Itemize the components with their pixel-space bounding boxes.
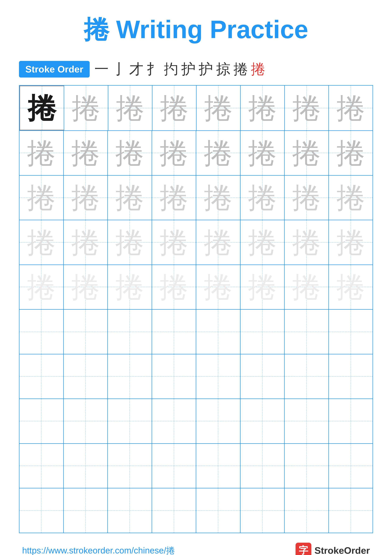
grid-cell-8-1[interactable] — [20, 399, 64, 443]
grid-cell-3-4[interactable]: 捲 — [152, 175, 196, 220]
stroke-order-chars: 一 亅 才 扌 扚 护 护 掠 捲 捲 — [94, 59, 265, 79]
grid-cell-10-6[interactable] — [241, 488, 285, 533]
grid-cell-3-3[interactable]: 捲 — [108, 175, 152, 220]
char-display: 捲 — [115, 228, 144, 257]
grid-cell-9-2[interactable] — [64, 444, 108, 488]
grid-row-3: 捲 捲 捲 捲 捲 捲 捲 捲 — [20, 175, 372, 220]
char-display: 捲 — [71, 139, 100, 167]
grid-cell-5-7[interactable]: 捲 — [285, 265, 329, 309]
grid-cell-2-4[interactable]: 捲 — [152, 131, 196, 175]
grid-cell-1-7[interactable]: 捲 — [285, 86, 329, 130]
grid-cell-8-4[interactable] — [152, 399, 196, 443]
grid-cell-5-8[interactable]: 捲 — [329, 265, 373, 309]
grid-cell-7-1[interactable] — [20, 354, 64, 399]
grid-cell-5-2[interactable]: 捲 — [64, 265, 108, 309]
grid-cell-9-6[interactable] — [241, 444, 285, 488]
grid-cell-5-6[interactable]: 捲 — [241, 265, 285, 309]
grid-cell-2-2[interactable]: 捲 — [64, 131, 108, 175]
char-display: 捲 — [160, 183, 188, 212]
grid-cell-9-4[interactable] — [152, 444, 196, 488]
grid-cell-4-3[interactable]: 捲 — [108, 220, 152, 264]
grid-cell-3-6[interactable]: 捲 — [241, 175, 285, 220]
grid-cell-7-3[interactable] — [108, 354, 152, 399]
grid-cell-6-4[interactable] — [152, 310, 196, 354]
grid-cell-7-2[interactable] — [64, 354, 108, 399]
stroke-char-8: 掠 — [216, 59, 230, 79]
grid-cell-10-7[interactable] — [285, 488, 329, 533]
grid-cell-8-6[interactable] — [241, 399, 285, 443]
grid-cell-7-6[interactable] — [241, 354, 285, 399]
grid-cell-6-7[interactable] — [285, 310, 329, 354]
char-display: 捲 — [27, 273, 56, 301]
stroke-order-badge: Stroke Order — [19, 61, 90, 78]
grid-cell-6-1[interactable] — [20, 310, 64, 354]
grid-cell-1-1[interactable]: 捲 — [20, 86, 64, 130]
grid-cell-9-1[interactable] — [20, 444, 64, 488]
grid-cell-2-6[interactable]: 捲 — [241, 131, 285, 175]
grid-cell-10-4[interactable] — [152, 488, 196, 533]
grid-cell-4-2[interactable]: 捲 — [64, 220, 108, 264]
char-display: 捲 — [248, 273, 277, 301]
grid-cell-10-3[interactable] — [108, 488, 152, 533]
grid-cell-4-7[interactable]: 捲 — [285, 220, 329, 264]
grid-cell-1-4[interactable]: 捲 — [152, 86, 197, 130]
grid-cell-5-3[interactable]: 捲 — [108, 265, 152, 309]
grid-cell-8-5[interactable] — [196, 399, 241, 443]
grid-cell-7-4[interactable] — [152, 354, 196, 399]
grid-cell-6-8[interactable] — [329, 310, 373, 354]
grid-cell-8-3[interactable] — [108, 399, 152, 443]
grid-cell-9-5[interactable] — [196, 444, 241, 488]
grid-cell-4-8[interactable]: 捲 — [329, 220, 373, 264]
grid-cell-9-7[interactable] — [285, 444, 329, 488]
grid-cell-8-7[interactable] — [285, 399, 329, 443]
grid-cell-10-2[interactable] — [64, 488, 108, 533]
grid-cell-2-8[interactable]: 捲 — [329, 131, 373, 175]
grid-cell-6-3[interactable] — [108, 310, 152, 354]
grid-cell-8-8[interactable] — [329, 399, 373, 443]
grid-cell-7-5[interactable] — [196, 354, 241, 399]
grid-cell-1-8[interactable]: 捲 — [329, 86, 372, 130]
grid-cell-4-4[interactable]: 捲 — [152, 220, 196, 264]
grid-cell-3-8[interactable]: 捲 — [329, 175, 373, 220]
char-display: 捲 — [160, 139, 188, 167]
grid-row-6 — [20, 310, 372, 354]
grid-cell-10-8[interactable] — [329, 488, 373, 533]
grid-cell-10-5[interactable] — [196, 488, 241, 533]
char-display: 捲 — [160, 228, 188, 257]
grid-cell-5-1[interactable]: 捲 — [20, 265, 64, 309]
grid-cell-1-2[interactable]: 捲 — [64, 86, 108, 130]
char-display: 捲 — [204, 183, 232, 212]
grid-cell-4-6[interactable]: 捲 — [241, 220, 285, 264]
grid-cell-1-3[interactable]: 捲 — [108, 86, 152, 130]
grid-cell-3-5[interactable]: 捲 — [196, 175, 241, 220]
grid-cell-1-5[interactable]: 捲 — [197, 86, 241, 130]
grid-cell-4-5[interactable]: 捲 — [196, 220, 241, 264]
grid-cell-7-7[interactable] — [285, 354, 329, 399]
grid-cell-4-1[interactable]: 捲 — [20, 220, 64, 264]
grid-cell-6-2[interactable] — [64, 310, 108, 354]
grid-cell-2-1[interactable]: 捲 — [20, 131, 64, 175]
grid-cell-6-6[interactable] — [241, 310, 285, 354]
grid-cell-2-3[interactable]: 捲 — [108, 131, 152, 175]
grid-cell-2-5[interactable]: 捲 — [196, 131, 241, 175]
grid-cell-7-8[interactable] — [329, 354, 373, 399]
grid-cell-9-3[interactable] — [108, 444, 152, 488]
grid-cell-3-1[interactable]: 捲 — [20, 175, 64, 220]
grid-cell-2-7[interactable]: 捲 — [285, 131, 329, 175]
grid-cell-6-5[interactable] — [196, 310, 241, 354]
char-display: 捲 — [204, 94, 233, 122]
grid-cell-3-7[interactable]: 捲 — [285, 175, 329, 220]
grid-cell-8-2[interactable] — [64, 399, 108, 443]
char-display: 捲 — [336, 139, 365, 167]
grid-cell-5-4[interactable]: 捲 — [152, 265, 196, 309]
grid-cell-10-1[interactable] — [20, 488, 64, 533]
grid-cell-5-5[interactable]: 捲 — [196, 265, 241, 309]
grid-cell-3-2[interactable]: 捲 — [64, 175, 108, 220]
char-display: 捲 — [248, 228, 277, 257]
char-display: 捲 — [71, 228, 100, 257]
grid-cell-1-6[interactable]: 捲 — [241, 86, 285, 130]
char-display: 捲 — [292, 273, 321, 301]
char-display: 捲 — [27, 228, 56, 257]
grid-cell-9-8[interactable] — [329, 444, 373, 488]
footer-url[interactable]: https://www.strokeorder.com/chinese/捲 — [22, 545, 175, 555]
